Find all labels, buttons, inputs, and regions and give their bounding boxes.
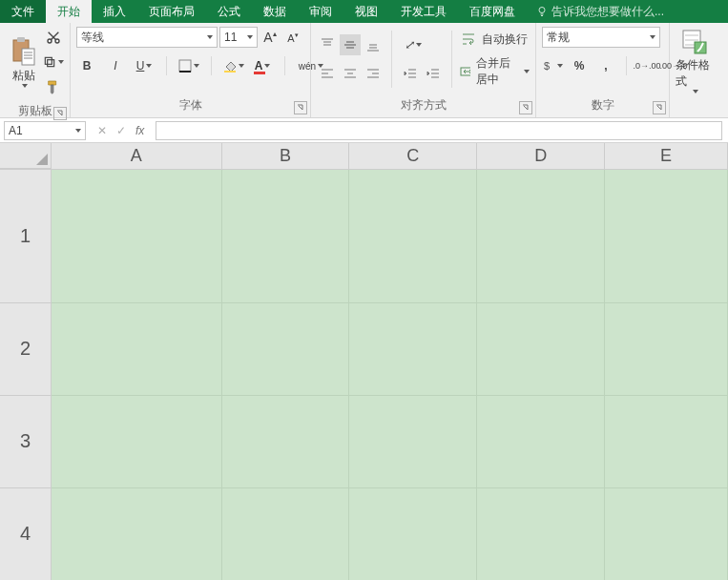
chevron-down-icon: [58, 60, 64, 64]
merge-center-button[interactable]: 合并后居中: [460, 55, 530, 88]
font-size-combo[interactable]: 11: [219, 27, 258, 48]
cell[interactable]: [605, 169, 728, 302]
cell[interactable]: [605, 302, 728, 395]
col-header[interactable]: E: [605, 143, 728, 169]
border-button[interactable]: [178, 55, 199, 76]
orientation-button[interactable]: ⤢: [400, 34, 426, 55]
bold-button[interactable]: B: [76, 55, 97, 76]
tab-insert[interactable]: 插入: [92, 0, 137, 23]
tab-review[interactable]: 审阅: [298, 0, 343, 23]
cell[interactable]: [221, 169, 349, 302]
align-bottom-button[interactable]: [363, 34, 384, 55]
percent-button[interactable]: %: [569, 55, 590, 76]
cell[interactable]: [477, 302, 605, 395]
lightbulb-icon: [536, 6, 548, 17]
cell[interactable]: [477, 169, 605, 302]
conditional-format-button[interactable]: 条件格式: [676, 27, 714, 95]
select-all-button[interactable]: [0, 143, 52, 169]
increase-font-button[interactable]: A▴: [260, 27, 281, 48]
format-painter-button[interactable]: [43, 76, 64, 97]
tell-me[interactable]: 告诉我您想要做什么...: [527, 0, 670, 23]
group-clipboard: 粘贴 剪贴板: [0, 23, 71, 117]
cell[interactable]: [605, 487, 728, 580]
name-box[interactable]: A1: [4, 121, 86, 140]
bucket-icon: [223, 59, 237, 72]
align-top-button[interactable]: [317, 34, 338, 55]
cell[interactable]: [221, 302, 349, 395]
cell[interactable]: [52, 395, 221, 487]
font-color-button[interactable]: A: [252, 55, 273, 76]
cell[interactable]: [221, 395, 349, 487]
svg-rect-7: [45, 57, 52, 64]
chevron-down-icon: [693, 90, 698, 93]
cond-format-icon: [681, 29, 708, 55]
increase-indent-button[interactable]: [423, 63, 444, 84]
cancel-formula-button[interactable]: ✕: [97, 124, 107, 137]
grid: A B C D E 1 2 3 4: [0, 143, 728, 580]
cell[interactable]: [605, 395, 728, 487]
col-header[interactable]: A: [52, 143, 221, 169]
align-right-icon: [366, 67, 380, 80]
align-bottom-icon: [366, 38, 380, 52]
group-font: 等线 11 A▴ A▾ B I U A wén 字体: [71, 23, 311, 117]
cell[interactable]: [52, 302, 221, 395]
dialog-launcher[interactable]: [53, 107, 67, 120]
svg-rect-2: [17, 37, 25, 42]
clipboard-icon: [11, 37, 36, 66]
decrease-indent-button[interactable]: [400, 63, 421, 84]
cell[interactable]: [349, 169, 477, 302]
col-header[interactable]: C: [349, 143, 477, 169]
formula-input[interactable]: [156, 121, 722, 140]
tab-data[interactable]: 数据: [252, 0, 298, 23]
fx-button[interactable]: fx: [135, 124, 144, 137]
tab-formulas[interactable]: 公式: [206, 0, 252, 23]
increase-decimal-button[interactable]: .0→.00: [636, 55, 657, 76]
align-middle-icon: [343, 38, 357, 52]
dialog-launcher[interactable]: [294, 101, 307, 114]
launcher-icon: [522, 104, 530, 112]
col-header[interactable]: D: [477, 143, 605, 169]
align-left-button[interactable]: [317, 63, 338, 84]
number-format-combo[interactable]: 常规: [542, 27, 660, 48]
align-middle-button[interactable]: [340, 34, 361, 55]
dialog-launcher[interactable]: [519, 101, 532, 114]
tab-developer[interactable]: 开发工具: [389, 0, 458, 23]
chevron-down-icon: [194, 64, 199, 68]
group-label-styles: [670, 99, 728, 118]
cell[interactable]: [477, 487, 605, 580]
cell[interactable]: [349, 302, 477, 395]
cell[interactable]: [52, 487, 221, 580]
cell[interactable]: [221, 487, 349, 580]
dialog-launcher[interactable]: [653, 101, 666, 114]
accounting-format-button[interactable]: $: [542, 55, 563, 76]
cell[interactable]: [52, 169, 221, 302]
wrap-text-button[interactable]: 自动换行: [460, 31, 530, 48]
italic-button[interactable]: I: [105, 55, 126, 76]
group-alignment: ⤢ 自动换行 合并后居中 对齐方式: [311, 23, 536, 117]
tab-page-layout[interactable]: 页面布局: [137, 0, 206, 23]
tab-baidu[interactable]: 百度网盘: [458, 0, 527, 23]
fill-color-button[interactable]: [223, 55, 244, 76]
row-header[interactable]: 2: [0, 302, 52, 395]
row-header[interactable]: 4: [0, 487, 52, 580]
row-header[interactable]: 1: [0, 169, 52, 302]
copy-button[interactable]: [43, 52, 64, 72]
paste-button[interactable]: 粘贴: [6, 28, 41, 96]
cell[interactable]: [349, 487, 477, 580]
formula-bar: A1 ✕ ✓ fx: [0, 118, 728, 143]
col-header[interactable]: B: [221, 143, 349, 169]
cell[interactable]: [477, 395, 605, 487]
cut-button[interactable]: [43, 27, 64, 48]
tab-file[interactable]: 文件: [0, 0, 46, 23]
tab-view[interactable]: 视图: [343, 0, 389, 23]
cell[interactable]: [349, 395, 477, 487]
underline-button[interactable]: U: [134, 55, 155, 76]
decrease-font-button[interactable]: A▾: [282, 27, 303, 48]
comma-button[interactable]: ,: [595, 55, 616, 76]
align-right-button[interactable]: [363, 63, 384, 84]
font-name-combo[interactable]: 等线: [76, 27, 218, 48]
row-header[interactable]: 3: [0, 395, 52, 487]
align-center-button[interactable]: [340, 63, 361, 84]
tab-home[interactable]: 开始: [46, 0, 92, 23]
enter-formula-button[interactable]: ✓: [116, 124, 126, 137]
